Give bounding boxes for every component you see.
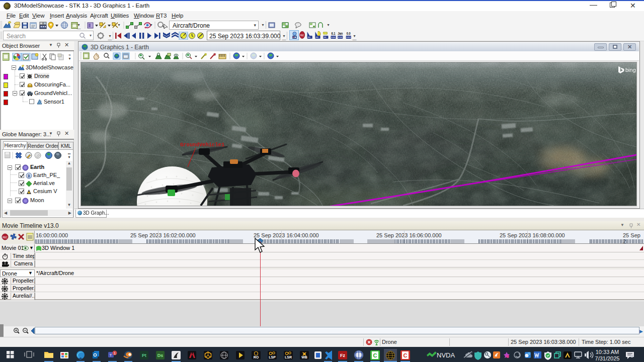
svg-text:Fz: Fz xyxy=(340,353,345,358)
svg-text:LSR: LSR xyxy=(285,355,292,359)
svg-text:C: C xyxy=(373,352,377,358)
svg-text:7/31/2025: 7/31/2025 xyxy=(595,355,620,361)
svg-text:RO: RO xyxy=(254,355,259,359)
svg-text:NVDA: NVDA xyxy=(437,351,455,359)
svg-text:1: 1 xyxy=(114,351,116,355)
svg-text:REC: REC xyxy=(3,236,8,239)
svg-text:0.0: 0.0 xyxy=(347,31,351,35)
svg-text:B: B xyxy=(28,174,31,178)
svg-text:Pt: Pt xyxy=(142,353,146,358)
svg-text:LSP: LSP xyxy=(269,355,276,359)
svg-text:Jan: Jan xyxy=(338,31,343,35)
svg-text:10:33 AM: 10:33 AM xyxy=(596,349,619,355)
svg-text:REC: REC xyxy=(300,34,304,37)
svg-text:bing: bing xyxy=(625,67,636,73)
svg-text:C: C xyxy=(404,352,408,358)
svg-text:T: T xyxy=(110,353,112,357)
svg-text:WB: WB xyxy=(301,355,307,359)
svg-text:GroundVehicle1: GroundVehicle1 xyxy=(180,142,224,148)
svg-text:6.1: 6.1 xyxy=(332,31,336,35)
svg-text:Ds: Ds xyxy=(157,353,164,358)
